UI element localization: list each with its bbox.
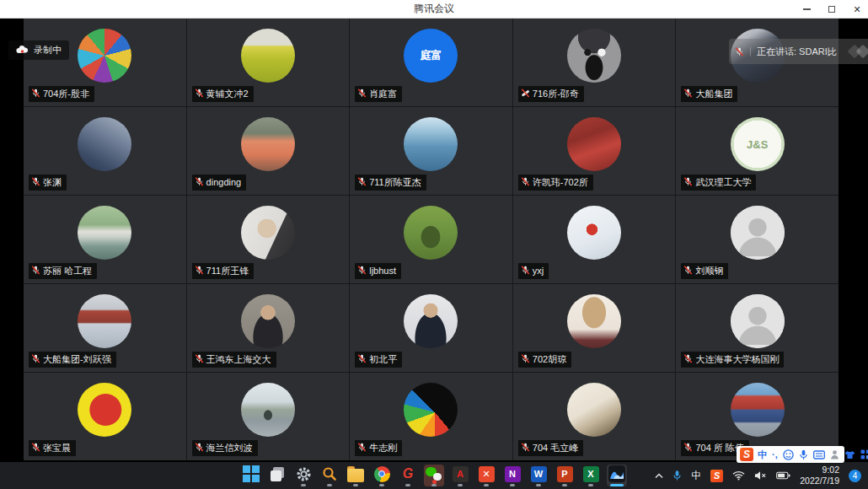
participant-tile[interactable]: dingding xyxy=(187,107,350,195)
participant-tile[interactable]: 张宝晨 xyxy=(24,373,186,460)
taskbar-app-x-app[interactable]: ✕ xyxy=(476,465,496,486)
participant-name: 王鸿东上海交大 xyxy=(206,355,271,364)
sogou-ime-toolbar: S 中·, xyxy=(737,446,844,463)
taskbar-app-search[interactable] xyxy=(319,465,340,486)
participant-tile[interactable]: 大船集团-刘跃强 xyxy=(24,284,186,372)
participant-name: 702胡琼 xyxy=(533,355,566,364)
participant-tile[interactable]: ljbhust xyxy=(350,196,512,283)
taskbar-app-acrobat[interactable]: A xyxy=(450,465,470,486)
participant-tile[interactable]: 张渊 xyxy=(24,107,186,195)
mic-muted-icon xyxy=(31,266,40,277)
avatar xyxy=(567,206,621,260)
taskbar-app-chrome[interactable] xyxy=(372,465,392,486)
taskbar-app-excel[interactable]: X xyxy=(581,465,601,486)
taskbar-app-powerpoint[interactable]: P xyxy=(555,465,575,486)
tray-battery-icon[interactable] xyxy=(776,471,790,480)
participant-name-badge: 武汉理工大学 xyxy=(681,175,756,191)
participant-tile[interactable]: 刘顺钢 xyxy=(676,196,839,283)
ime-person-icon[interactable] xyxy=(830,449,839,459)
taskbar-app-onenote[interactable]: N xyxy=(502,465,522,486)
mic-muted-icon xyxy=(195,89,204,99)
participant-name: 肖庭富 xyxy=(369,89,397,99)
participant-tile[interactable]: 704 毛立峰 xyxy=(513,373,676,460)
participant-tile[interactable]: 716所-邵奇 xyxy=(513,19,676,106)
speaking-label: 正在讲话: SDARI比 xyxy=(757,46,837,58)
participant-tile[interactable]: 庭富 肖庭富 xyxy=(350,19,512,106)
system-tray: 中 S 9:02 2022/7/19 4 xyxy=(655,462,861,489)
notification-badge[interactable]: 4 xyxy=(849,470,861,482)
taskbar-app-g-app[interactable]: G xyxy=(398,465,418,486)
ime-shirt-icon[interactable] xyxy=(844,450,855,459)
participant-name-badge: 肖庭富 xyxy=(355,86,402,102)
avatar xyxy=(78,383,131,437)
taskbar-app-meeting[interactable] xyxy=(607,465,627,486)
avatar xyxy=(78,117,131,171)
maximize-icon[interactable] xyxy=(826,3,838,15)
minimize-icon[interactable] xyxy=(801,3,812,15)
participant-name: 海兰信刘波 xyxy=(206,443,253,453)
ime-punct-icon[interactable]: ·, xyxy=(772,449,778,459)
mic-muted-icon xyxy=(521,354,530,365)
participant-tile[interactable]: 大连海事大学杨国刚 xyxy=(676,284,839,372)
avatar xyxy=(78,29,131,83)
participant-tile[interactable]: 711所陈亚杰 xyxy=(350,107,512,195)
participant-tile[interactable]: 704所-殷非 xyxy=(24,19,186,106)
mic-muted-icon xyxy=(195,266,204,277)
sogou-logo-icon[interactable]: S xyxy=(740,448,753,461)
ime-grid-icon[interactable] xyxy=(860,449,868,459)
participant-tile[interactable]: 牛志刚 xyxy=(350,373,512,460)
participant-name-badge: 海兰信刘波 xyxy=(192,440,258,456)
participant-tile[interactable]: 702胡琼 xyxy=(513,284,676,372)
participant-name: 武汉理工大学 xyxy=(695,178,751,187)
participant-tile[interactable]: yxj xyxy=(513,196,676,283)
taskbar-app-wechat[interactable] xyxy=(424,465,444,486)
tray-chevron-up-icon[interactable] xyxy=(655,473,663,479)
ime-face-icon[interactable] xyxy=(783,449,794,460)
participant-tile[interactable]: 海兰信刘波 xyxy=(187,373,350,460)
tray-clock[interactable]: 9:02 2022/7/19 xyxy=(800,465,839,486)
close-icon[interactable]: ✕ xyxy=(851,3,863,15)
taskbar-app-settings[interactable] xyxy=(293,465,313,486)
participant-name: 黄辅文冲2 xyxy=(206,89,249,99)
participant-tile[interactable]: 711所王锋 xyxy=(187,196,350,283)
participant-tile[interactable]: J&S 武汉理工大学 xyxy=(676,107,839,195)
taskbar-app-word[interactable]: W xyxy=(528,465,549,486)
phone-muted-icon xyxy=(521,89,530,99)
participant-tile[interactable]: 初北平 xyxy=(350,284,512,372)
taskbar: GA✕NWPX 中 S 9:02 2022/7/19 4 xyxy=(0,462,868,489)
participant-tile[interactable]: 黄辅文冲2 xyxy=(187,19,350,106)
avatar: 庭富 xyxy=(404,29,458,83)
tray-ime-mode[interactable]: 中 xyxy=(691,469,701,483)
window-title: 腾讯会议 xyxy=(414,2,454,16)
mic-muted-icon xyxy=(195,177,204,188)
recording-badge[interactable]: 录制中 xyxy=(8,40,69,60)
participant-name: 苏丽 哈工程 xyxy=(43,266,92,276)
taskbar-app-task-view[interactable] xyxy=(267,465,287,486)
ime-zh-icon[interactable]: 中 xyxy=(758,449,767,461)
taskbar-app-start[interactable] xyxy=(241,465,261,486)
participant-name-badge: 大连海事大学杨国刚 xyxy=(681,352,784,368)
taskbar-app-explorer[interactable] xyxy=(346,465,366,486)
tray-mic-icon[interactable] xyxy=(672,470,682,481)
mic-muted-icon xyxy=(683,443,693,454)
tray-wifi-icon[interactable] xyxy=(732,470,745,481)
mic-muted-icon xyxy=(357,354,367,365)
participant-name: 711所王锋 xyxy=(206,266,249,276)
avatar xyxy=(404,206,458,260)
avatar xyxy=(567,294,621,348)
participant-tile[interactable]: 许凯玮-702所 xyxy=(513,107,676,195)
avatar xyxy=(241,383,295,437)
participant-tile[interactable]: 王鸿东上海交大 xyxy=(187,284,350,372)
participant-tile[interactable]: 苏丽 哈工程 xyxy=(24,196,186,283)
ime-kbd-icon[interactable] xyxy=(813,450,825,459)
participant-name: 704所-殷非 xyxy=(43,89,89,99)
participant-name-badge: ljbhust xyxy=(355,263,401,279)
avatar: J&S xyxy=(731,117,785,171)
avatar xyxy=(241,29,295,83)
ime-mic-icon[interactable] xyxy=(799,449,808,460)
tray-sogou-icon[interactable]: S xyxy=(710,470,723,482)
participant-name-badge: 711所陈亚杰 xyxy=(355,175,426,191)
mic-muted-icon xyxy=(683,177,693,188)
avatar xyxy=(404,117,458,171)
tray-volume-muted-icon[interactable] xyxy=(754,470,767,481)
